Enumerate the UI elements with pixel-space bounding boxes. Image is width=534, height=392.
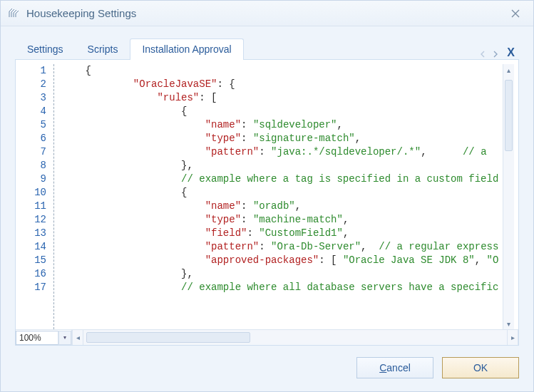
- zoom-control: ▾: [16, 330, 72, 345]
- code-line: {: [61, 64, 503, 78]
- vertical-scroll-thumb[interactable]: [505, 80, 513, 151]
- horizontal-scroll-thumb[interactable]: [86, 332, 250, 343]
- tab-close-button[interactable]: X: [503, 46, 519, 59]
- code-line: "pattern": "java:.*/sqldeveloper/.*", //…: [61, 145, 503, 159]
- horizontal-scrollbar[interactable]: ◂ ▸: [72, 330, 518, 345]
- line-number-gutter: 1234567891011121314151617: [20, 64, 54, 329]
- tabstrip: Settings Scripts Installation Approval X: [15, 36, 519, 59]
- editor-bottombar: ▾ ◂ ▸: [16, 329, 518, 345]
- code-line: "type": "machine-match",: [61, 213, 503, 227]
- code-line: "name": "sqldeveloper",: [61, 118, 503, 132]
- code-editor[interactable]: 1234567891011121314151617 { "OracleJavaS…: [20, 64, 503, 329]
- code-line: // example where all database servers ha…: [61, 281, 503, 294]
- vertical-scrollbar[interactable]: ▴ ▾: [503, 64, 514, 329]
- titlebar: Housekeeping Settings: [1, 1, 533, 26]
- client-area: Settings Scripts Installation Approval X…: [1, 26, 533, 391]
- tab-scripts[interactable]: Scripts: [76, 38, 130, 60]
- horizontal-scroll-track[interactable]: [83, 330, 507, 345]
- code-line: "name": "oradb",: [61, 200, 503, 213]
- scroll-right-icon[interactable]: ▸: [507, 330, 518, 345]
- ok-button[interactable]: OK: [442, 357, 519, 378]
- window-close-button[interactable]: [505, 3, 526, 24]
- code-line: {: [61, 105, 503, 118]
- zoom-input[interactable]: [16, 331, 58, 345]
- code-line: {: [61, 186, 503, 200]
- code-line: "rules": [: [61, 91, 503, 105]
- code-line: },: [61, 267, 503, 281]
- code-line: "type": "signature-match",: [61, 132, 503, 145]
- code-line: "approved-packages": [ "Oracle Java SE J…: [61, 254, 503, 267]
- window-title: Housekeeping Settings: [26, 7, 136, 19]
- zoom-dropdown-button[interactable]: ▾: [58, 331, 71, 345]
- dialog-buttons: Cancel OK: [15, 346, 519, 378]
- code-line: // example where a tag is specified in a…: [61, 172, 503, 186]
- tab-installation-approval[interactable]: Installation Approval: [130, 38, 243, 60]
- cancel-button[interactable]: Cancel: [356, 357, 433, 378]
- code-line: "pattern": "Ora-Db-Server", // a regular…: [61, 240, 503, 254]
- code-area[interactable]: { "OracleJavaSE": { "rules": [ { "name":…: [54, 64, 503, 329]
- editor-panel: 1234567891011121314151617 { "OracleJavaS…: [15, 59, 519, 346]
- editor-wrap: 1234567891011121314151617 { "OracleJavaS…: [16, 60, 518, 329]
- tab-scroll-left-icon[interactable]: [480, 49, 487, 56]
- tab-scroll-right-icon[interactable]: [491, 49, 498, 56]
- tab-settings[interactable]: Settings: [15, 38, 76, 60]
- scroll-left-icon[interactable]: ◂: [72, 330, 83, 345]
- tabstrip-right-controls: X: [480, 46, 519, 59]
- code-line: },: [61, 159, 503, 172]
- code-line: "OracleJavaSE": {: [61, 78, 503, 91]
- scroll-up-icon[interactable]: ▴: [503, 64, 514, 76]
- scroll-down-icon[interactable]: ▾: [503, 318, 514, 329]
- app-icon: [8, 7, 21, 20]
- code-line: "field": "CustomField1",: [61, 227, 503, 240]
